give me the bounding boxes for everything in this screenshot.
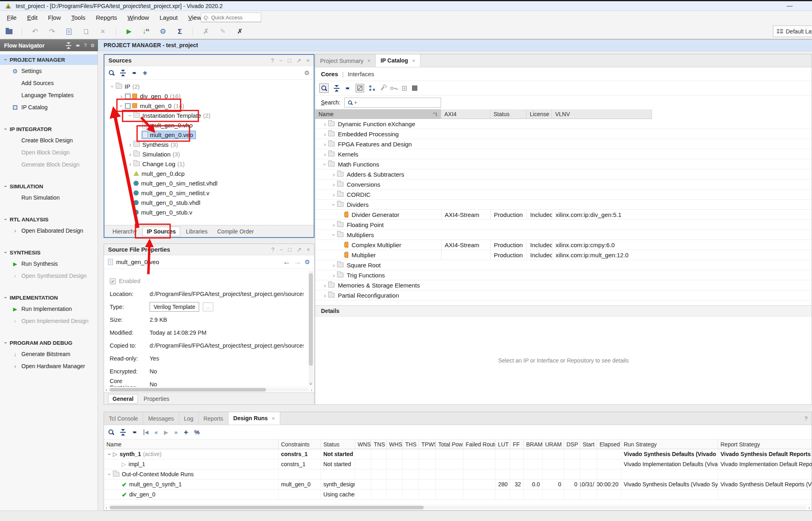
catalog-row-divider-generator[interactable]: Divider GeneratorAXI4-StreamProductionIn…: [315, 210, 812, 220]
scroll-right-icon[interactable]: ›: [311, 388, 312, 392]
catalog-row-fpga-features-and-design[interactable]: ›FPGA Features and Design: [315, 139, 812, 149]
runs-column-tns[interactable]: TNS: [371, 440, 387, 449]
save-button[interactable]: [65, 27, 73, 36]
chevron-down-icon[interactable]: ›: [331, 231, 337, 238]
run-button[interactable]: ▶: [125, 27, 133, 36]
flownav-item-settings[interactable]: ⚙Settings: [0, 65, 98, 77]
column-header-vlnv[interactable]: VLNV: [552, 109, 652, 119]
flownav-item-open-synthesized-design[interactable]: ›Open Synthesized Design: [0, 270, 98, 282]
catalog-row-trig-functions[interactable]: ›Trig Functions: [315, 270, 812, 280]
runs-column-elapsed[interactable]: Elapsed: [597, 440, 621, 449]
runs-column-wns[interactable]: WNS: [355, 440, 371, 449]
run-row-impl-1[interactable]: ›▷impl_1constrs_1Not startedVivado Imple…: [104, 459, 812, 469]
chevron-right-icon[interactable]: ›: [127, 142, 133, 148]
help-icon[interactable]: ?: [271, 58, 274, 63]
tab-general[interactable]: General: [108, 394, 138, 404]
subtab-interfaces[interactable]: Interfaces: [348, 71, 374, 77]
catalog-row-floating-point[interactable]: ›Floating Point: [315, 220, 812, 230]
catalog-row-dividers[interactable]: ›Dividers: [315, 200, 812, 210]
bottom-tab-tcl-console[interactable]: Tcl Console: [104, 412, 143, 425]
chevron-down-icon[interactable]: ›: [107, 471, 113, 477]
help-icon[interactable]: ?: [804, 415, 808, 422]
runs-column-whs[interactable]: WHS: [387, 440, 403, 449]
tree-item-div-gen-0[interactable]: ›div_gen_0(16): [104, 91, 314, 101]
chevron-right-icon[interactable]: ›: [127, 161, 133, 167]
chevron-down-icon[interactable]: ›: [331, 201, 337, 208]
catalog-row-adders-subtracters[interactable]: ›Adders & Subtracters: [315, 169, 812, 179]
editor-tab-ip-catalog[interactable]: IP Catalog×: [376, 54, 421, 67]
more-button[interactable]: ...: [203, 302, 213, 311]
chip-icon[interactable]: [402, 86, 407, 91]
expand-all-icon[interactable]: [131, 70, 137, 76]
runs-column-run-strategy[interactable]: Run Strategy: [621, 440, 718, 449]
delete-button[interactable]: ×: [99, 27, 107, 36]
horizontal-scrollbar[interactable]: ‹ ›: [104, 504, 812, 510]
help-icon[interactable]: ?: [271, 247, 275, 252]
column-header-status[interactable]: Status: [490, 109, 527, 119]
flownav-item-language-templates[interactable]: Language Templates: [0, 89, 98, 101]
runs-column-report-strategy[interactable]: Report Strategy: [718, 440, 812, 449]
flownav-header-program-and-debug[interactable]: ›PROGRAM AND DEBUG: [0, 338, 98, 348]
add-sources-icon[interactable]: +: [143, 69, 147, 77]
chevron-right-icon[interactable]: ›: [331, 181, 337, 188]
tab-hierarchy[interactable]: Hierarchy: [108, 227, 141, 236]
flownav-item-run-synthesis[interactable]: ▶Run Synthesis: [0, 258, 98, 270]
tree-item-mult-gen-0-sim-netlist-v[interactable]: ›mult_gen_0_sim_netlist.v: [104, 188, 314, 198]
license-key-icon[interactable]: [390, 87, 394, 90]
flownav-item-create-block-design[interactable]: Create Block Design: [0, 134, 98, 146]
chevron-down-icon[interactable]: ›: [322, 161, 328, 167]
chevron-down-icon[interactable]: ›: [107, 451, 113, 457]
flownav-item-generate-block-design[interactable]: Generate Block Design: [0, 158, 98, 171]
catalog-row-multiplier[interactable]: MultiplierProductionIncludedxilinx.com:i…: [315, 250, 812, 260]
catalog-row-square-root[interactable]: ›Square Root: [315, 260, 812, 270]
runs-column-name[interactable]: Name: [104, 440, 279, 449]
tree-item-instantiation-template[interactable]: ›Instantiation Template(2): [104, 110, 314, 120]
menu-tools[interactable]: Tools: [66, 13, 91, 23]
catalog-row-multipliers[interactable]: ›Multipliers: [315, 230, 812, 240]
tree-item-change-log[interactable]: ›Change Log(1): [104, 159, 314, 169]
tab-libraries[interactable]: Libraries: [182, 227, 212, 236]
flownav-item-run-implementation[interactable]: ▶Run Implementation: [0, 303, 98, 315]
subtab-cores[interactable]: Cores: [321, 71, 338, 77]
bottom-tab-messages[interactable]: Messages: [143, 412, 179, 425]
chevron-right-icon[interactable]: ›: [331, 222, 337, 228]
chevron-right-icon[interactable]: ›: [322, 282, 328, 288]
skip-to-start-icon[interactable]: ◀: [144, 429, 148, 435]
tree-item-simulation[interactable]: ›Simulation(3): [104, 149, 314, 159]
catalog-row-memories-storage-elements[interactable]: ›Memories & Storage Elements: [315, 280, 812, 290]
forward-arrow-icon[interactable]: →: [294, 258, 302, 266]
runs-column-status[interactable]: Status: [321, 440, 355, 449]
catalog-row-partial-reconfiguration[interactable]: ›Partial Reconfiguration: [315, 290, 812, 300]
tree-item-mult-gen-0-dcp[interactable]: ›mult_gen_0.dcp: [104, 169, 314, 178]
tab-compile-order[interactable]: Compile Order: [213, 227, 258, 236]
chevron-right-icon[interactable]: ›: [118, 93, 125, 99]
filter-incompatible-button[interactable]: [356, 84, 364, 92]
runs-column-bram[interactable]: BRAM: [524, 440, 543, 449]
scroll-right-icon[interactable]: ›: [808, 505, 810, 510]
horizontal-scrollbar[interactable]: ‹ ›: [104, 387, 314, 392]
flownav-item-ip-catalog[interactable]: IP Catalog: [0, 101, 98, 113]
float-panel-icon[interactable]: ↗: [296, 58, 301, 63]
column-header-license[interactable]: License: [527, 109, 552, 119]
chevron-right-icon[interactable]: ›: [322, 121, 328, 127]
bottom-tab-log[interactable]: Log: [179, 412, 198, 425]
tree-item-mult-gen-0-vho[interactable]: ›mult_gen_0.vho: [104, 120, 314, 130]
collapse-all-icon[interactable]: [120, 70, 126, 76]
expand-all-icon[interactable]: [345, 85, 350, 92]
flownav-item-open-block-design[interactable]: Open Block Design: [0, 146, 98, 158]
flownav-item-generate-bitstream[interactable]: ↓Generate Bitstream: [0, 348, 98, 360]
step-forward-icon[interactable]: »: [174, 429, 177, 435]
run-row-out-of-context-module-runs[interactable]: ›Out-of-Context Module Runs: [104, 469, 812, 479]
run-row-div-gen-0[interactable]: ›✔div_gen_0Using cached IP results: [104, 490, 812, 500]
menu-flow[interactable]: Flow: [43, 13, 66, 23]
minimize-panel-icon[interactable]: −: [279, 247, 283, 252]
flownav-item-open-implemented-design[interactable]: ›Open Implemented Design: [0, 315, 98, 327]
minimize-button[interactable]: —: [787, 2, 793, 9]
gear-icon[interactable]: ⚙: [90, 43, 95, 48]
runs-column-dsp[interactable]: DSP: [564, 440, 580, 449]
maximize-panel-icon[interactable]: □: [288, 247, 291, 252]
menu-file[interactable]: File: [2, 13, 22, 23]
gear-icon[interactable]: ⚙: [305, 259, 310, 265]
chevron-right-icon[interactable]: ›: [322, 292, 328, 298]
catalog-row-dynamic-function-exchange[interactable]: ›Dynamic Function eXchange: [315, 119, 812, 129]
